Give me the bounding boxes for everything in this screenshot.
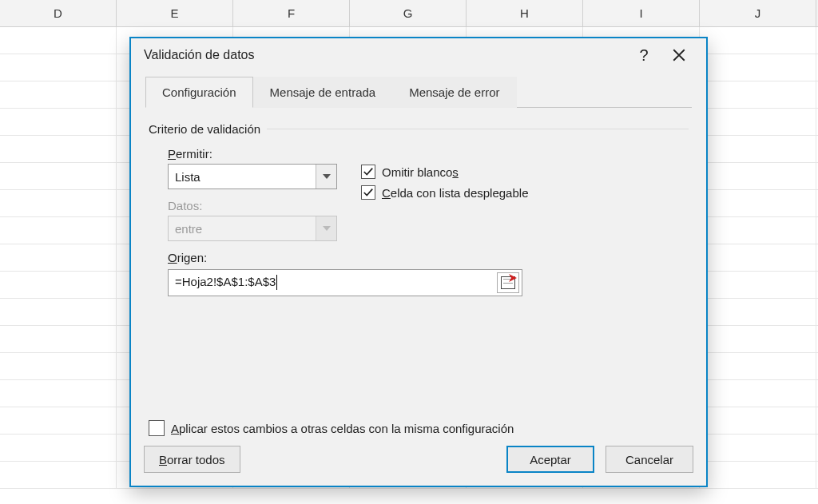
close-button[interactable] [661, 42, 697, 68]
omitir-blancos-checkbox[interactable]: Omitir blancos [361, 165, 528, 179]
tabs: Configuración Mensaje de entrada Mensaje… [145, 77, 692, 108]
permitir-dropdown-button[interactable] [316, 165, 336, 189]
column-header[interactable]: H [467, 0, 583, 26]
help-button[interactable]: ? [626, 42, 661, 68]
origen-input-wrap: =Hoja2!$A$1:$A$3 [168, 269, 522, 296]
column-header[interactable]: F [233, 0, 350, 26]
column-header-row: D E F G H I J [0, 0, 818, 27]
dialog-title: Validación de datos [144, 48, 626, 62]
column-header[interactable]: J [700, 0, 816, 26]
titlebar: Validación de datos ? [131, 38, 706, 72]
divider [267, 129, 689, 129]
borrar-todos-button[interactable]: Borrar todos [144, 446, 240, 473]
close-icon [672, 48, 686, 62]
data-validation-dialog: Validación de datos ? Configuración Mens… [129, 37, 708, 487]
column-header[interactable]: E [117, 0, 233, 26]
chevron-down-icon [323, 174, 331, 179]
aplicar-cambios-label: Aplicar estos cambios a otras celdas con… [171, 422, 514, 435]
aceptar-button[interactable]: Aceptar [506, 446, 594, 473]
column-header[interactable]: G [350, 0, 467, 26]
check-icon [363, 166, 374, 177]
tab-configuracion[interactable]: Configuración [145, 77, 253, 108]
celda-lista-label: Celda con lista desplegable [382, 186, 528, 200]
checkbox-box [361, 165, 375, 179]
datos-value: entre [169, 222, 316, 236]
range-reference-icon [501, 276, 515, 289]
permitir-label: Permitir: [168, 147, 337, 161]
tab-mensaje-entrada[interactable]: Mensaje de entrada [253, 77, 393, 108]
omitir-blancos-label: Omitir blancos [382, 165, 459, 179]
permitir-select[interactable]: Lista [168, 164, 337, 189]
datos-label: Datos: [168, 199, 337, 212]
checkbox-box [361, 185, 375, 200]
origen-input[interactable]: =Hoja2!$A$1:$A$3 [169, 270, 497, 296]
cancelar-button[interactable]: Cancelar [606, 446, 693, 473]
column-header[interactable]: I [583, 0, 700, 26]
datos-dropdown-button [316, 216, 336, 240]
chevron-down-icon [323, 226, 331, 231]
celda-lista-checkbox[interactable]: Celda con lista desplegable [361, 185, 528, 200]
button-row: Borrar todos Aceptar Cancelar [144, 446, 693, 473]
tab-mensaje-error[interactable]: Mensaje de error [392, 77, 516, 108]
check-icon [363, 187, 374, 198]
datos-select: entre [168, 216, 337, 241]
criterio-legend: Criterio de validación [149, 122, 260, 136]
criterio-group: Criterio de validación Permitir: Lista [145, 122, 692, 296]
column-header[interactable]: D [0, 0, 117, 26]
text-caret [276, 275, 277, 290]
permitir-value: Lista [169, 170, 316, 184]
range-reference-button[interactable] [497, 272, 519, 293]
checkbox-box [149, 420, 165, 436]
origen-label: Origen: [168, 251, 689, 264]
aplicar-cambios-checkbox[interactable]: Aplicar estos cambios a otras celdas con… [149, 420, 514, 436]
